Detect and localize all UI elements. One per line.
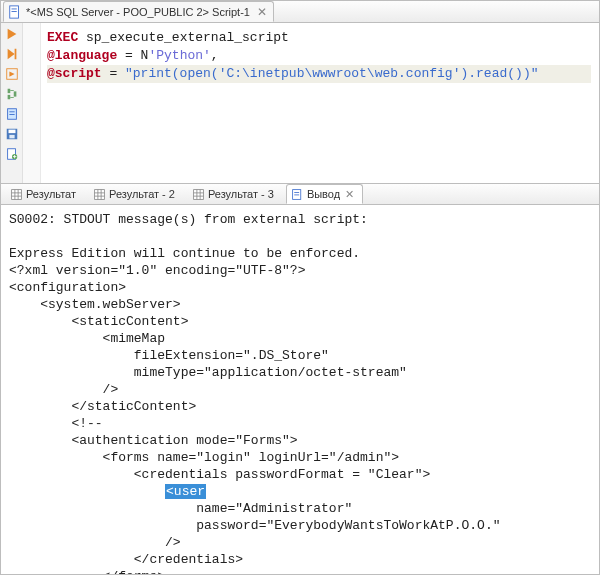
svg-rect-2 bbox=[12, 11, 17, 12]
new-script-icon[interactable] bbox=[5, 147, 19, 161]
svg-rect-23 bbox=[294, 192, 299, 193]
grid-icon bbox=[192, 188, 205, 201]
tab-label: Результат - 2 bbox=[109, 188, 175, 200]
svg-marker-4 bbox=[7, 49, 14, 60]
output-line: /> bbox=[9, 382, 118, 397]
output-line: <system.webServer> bbox=[9, 297, 181, 312]
output-line: </forms> bbox=[9, 569, 165, 574]
editor-tab-script1[interactable]: *<MS SQL Server - POO_PUBLIC 2> Script-1… bbox=[3, 1, 274, 22]
svg-rect-15 bbox=[8, 130, 15, 134]
svg-rect-10 bbox=[13, 91, 16, 96]
output-line: Express Edition will continue to be enfo… bbox=[9, 246, 360, 261]
sql-editor[interactable]: EXEC sp_execute_external_script @languag… bbox=[41, 23, 599, 183]
select-run-icon[interactable] bbox=[5, 67, 19, 81]
save-icon[interactable] bbox=[5, 127, 19, 141]
result-tabbar: Результат Результат - 2 Результат - 3 Вы… bbox=[1, 183, 599, 205]
svg-rect-16 bbox=[9, 135, 14, 139]
sql-at-script: @script bbox=[47, 66, 102, 81]
output-line: </staticContent> bbox=[9, 399, 196, 414]
svg-rect-12 bbox=[9, 111, 14, 112]
sql-string-script: "print(open('C:\inetpub\wwwroot\web.conf… bbox=[125, 66, 538, 81]
output-line: <configuration> bbox=[9, 280, 126, 295]
svg-rect-24 bbox=[294, 194, 299, 195]
tab-output[interactable]: Вывод ✕ bbox=[286, 184, 363, 204]
output-line: <forms name="login" loginUrl="/admin"> bbox=[9, 450, 399, 465]
svg-rect-8 bbox=[7, 89, 10, 93]
output-line: <?xml version="1.0" encoding="UTF-8"?> bbox=[9, 263, 305, 278]
output-line bbox=[9, 484, 165, 499]
editor-tab-title: *<MS SQL Server - POO_PUBLIC 2> Script-1 bbox=[26, 6, 250, 18]
output-line: <staticContent> bbox=[9, 314, 188, 329]
svg-marker-7 bbox=[9, 71, 14, 76]
tab-label: Вывод bbox=[307, 188, 340, 200]
svg-rect-13 bbox=[9, 114, 14, 115]
tab-result-2[interactable]: Результат - 2 bbox=[88, 184, 184, 204]
tab-label: Результат - 3 bbox=[208, 188, 274, 200]
sql-string-python: 'Python' bbox=[148, 48, 210, 63]
explain-plan-icon[interactable] bbox=[5, 87, 19, 101]
svg-rect-9 bbox=[7, 95, 10, 99]
tab-result-3[interactable]: Результат - 3 bbox=[187, 184, 283, 204]
tab-label: Результат bbox=[26, 188, 76, 200]
output-line: name="Administrator" bbox=[9, 501, 352, 516]
grid-icon bbox=[93, 188, 106, 201]
svg-rect-5 bbox=[14, 49, 16, 60]
close-icon[interactable]: ✕ bbox=[257, 5, 267, 19]
svg-rect-19 bbox=[12, 189, 22, 199]
svg-marker-3 bbox=[7, 29, 16, 40]
output-line: <authentication mode="Forms"> bbox=[9, 433, 298, 448]
svg-rect-20 bbox=[95, 189, 105, 199]
close-icon[interactable]: ✕ bbox=[345, 188, 354, 201]
output-line: <mimeMap bbox=[9, 331, 165, 346]
editor-area: EXEC sp_execute_external_script @languag… bbox=[1, 23, 599, 183]
editor-gutter bbox=[23, 23, 41, 183]
output-selection: <user bbox=[165, 484, 206, 499]
output-header: S0002: STDOUT message(s) from external s… bbox=[9, 212, 368, 227]
tab-result-1[interactable]: Результат bbox=[5, 184, 85, 204]
output-line: <!-- bbox=[9, 416, 103, 431]
sql-file-icon bbox=[8, 5, 22, 19]
output-line: mimeType="application/octet-stream" bbox=[9, 365, 407, 380]
svg-rect-21 bbox=[194, 189, 204, 199]
output-line: <credentials passwordFormat = "Clear"> bbox=[9, 467, 430, 482]
output-line: fileExtension=".DS_Store" bbox=[9, 348, 329, 363]
output-icon bbox=[291, 188, 304, 201]
svg-rect-1 bbox=[12, 8, 17, 9]
grid-icon bbox=[10, 188, 23, 201]
run-icon[interactable] bbox=[5, 27, 19, 41]
output-line: </credentials> bbox=[9, 552, 243, 567]
output-console[interactable]: S0002: STDOUT message(s) from external s… bbox=[1, 205, 599, 574]
editor-toolbar bbox=[1, 23, 23, 183]
output-line: password="EverybodyWantsToWorkAtP.O.O." bbox=[9, 518, 500, 533]
script-icon[interactable] bbox=[5, 107, 19, 121]
run-step-icon[interactable] bbox=[5, 47, 19, 61]
editor-tabbar: *<MS SQL Server - POO_PUBLIC 2> Script-1… bbox=[1, 1, 599, 23]
output-line: /> bbox=[9, 535, 181, 550]
sql-proc-name: sp_execute_external_script bbox=[78, 30, 289, 45]
sql-at-language: @language bbox=[47, 48, 117, 63]
sql-keyword-exec: EXEC bbox=[47, 30, 78, 45]
